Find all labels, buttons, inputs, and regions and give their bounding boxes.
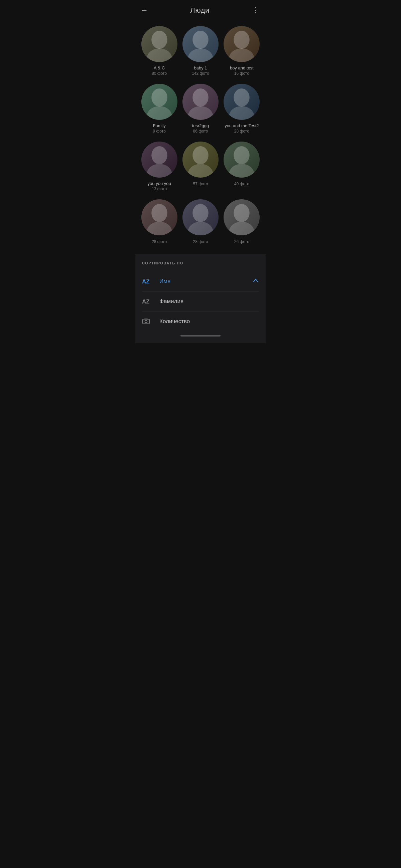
person-count: 13 фото: [152, 187, 167, 191]
svg-point-1: [147, 49, 172, 62]
face-silhouette: [224, 199, 260, 235]
person-item[interactable]: Family9 фото: [139, 79, 180, 137]
avatar: [141, 142, 177, 178]
person-count: 28 фото: [193, 239, 208, 244]
svg-point-20: [193, 204, 208, 222]
person-name: boy and test: [230, 65, 254, 70]
person-item[interactable]: baby 1142 фото: [180, 21, 221, 79]
person-item[interactable]: 57 фото: [180, 137, 221, 195]
face-silhouette: [224, 26, 260, 62]
avatar: [141, 84, 177, 120]
svg-rect-26: [143, 319, 149, 324]
svg-point-18: [151, 204, 167, 222]
bottom-bar: [135, 332, 266, 343]
sort-icon-count: [142, 317, 154, 326]
avatar: [224, 142, 260, 178]
sort-icon-name: AZ: [142, 278, 154, 285]
az-icon: AZ: [142, 278, 151, 285]
svg-point-7: [147, 106, 172, 120]
header: ← Люди ⋮: [135, 0, 266, 18]
svg-point-22: [234, 204, 250, 222]
person-count: 86 фото: [193, 129, 208, 133]
avatar: [182, 26, 219, 62]
face-silhouette: [224, 84, 260, 120]
svg-point-5: [229, 49, 255, 62]
person-count: 28 фото: [234, 129, 249, 133]
sort-label-name: Имя: [160, 278, 252, 285]
avatar: [182, 199, 219, 235]
svg-point-19: [147, 222, 172, 235]
person-count: 57 фото: [193, 182, 208, 186]
avatar: [224, 84, 260, 120]
person-item[interactable]: you and me Test228 фото: [221, 79, 262, 137]
sort-label-surname: Фамилия: [160, 298, 259, 305]
avatar: [224, 26, 260, 62]
person-item[interactable]: 40 фото: [221, 137, 262, 195]
person-count: 16 фото: [234, 71, 249, 76]
sort-label-count: Количество: [160, 318, 259, 325]
avatar: [141, 199, 177, 235]
sort-item-name[interactable]: AZ Имя: [142, 271, 259, 292]
avatar: [141, 26, 177, 62]
person-name: A & C: [154, 65, 165, 70]
avatar: [182, 142, 219, 178]
back-button[interactable]: ←: [141, 6, 148, 15]
svg-point-23: [229, 222, 255, 235]
person-item[interactable]: 28 фото: [180, 195, 221, 247]
svg-point-13: [147, 164, 172, 178]
sort-item-count[interactable]: Количество: [142, 311, 259, 332]
svg-point-9: [188, 106, 213, 120]
person-item[interactable]: boy and test16 фото: [221, 21, 262, 79]
more-button[interactable]: ⋮: [252, 6, 259, 15]
person-name: tesr2ggg: [192, 123, 209, 128]
svg-rect-28: [144, 318, 148, 319]
face-silhouette: [224, 142, 260, 178]
face-silhouette: [141, 26, 177, 62]
person-count: 26 фото: [234, 239, 249, 244]
person-name: baby 1: [194, 65, 207, 70]
svg-text:AZ: AZ: [142, 299, 150, 305]
person-count: 9 фото: [153, 129, 166, 133]
svg-point-8: [193, 89, 208, 106]
person-count: 80 фото: [152, 71, 167, 76]
svg-point-14: [193, 146, 208, 164]
person-item[interactable]: 26 фото: [221, 195, 262, 247]
svg-point-17: [229, 164, 255, 178]
svg-point-2: [193, 31, 208, 49]
svg-point-21: [188, 222, 213, 235]
sort-title: СОРТИРОВАТЬ ПО: [142, 261, 259, 265]
svg-point-6: [151, 89, 167, 106]
sort-item-surname[interactable]: AZ Фамилия: [142, 292, 259, 311]
person-count: 142 фото: [192, 71, 209, 76]
sort-arrow-up: [252, 277, 259, 285]
photo-icon: [142, 317, 150, 326]
people-grid: A & C80 фото baby 1142 фото boy and test…: [135, 18, 266, 254]
face-silhouette: [182, 26, 219, 62]
svg-point-3: [188, 49, 213, 62]
face-silhouette: [182, 199, 219, 235]
sort-section: СОРТИРОВАТЬ ПО AZ Имя AZ Фамилия Количес…: [135, 254, 266, 332]
svg-point-15: [188, 164, 213, 178]
person-count: 28 фото: [152, 239, 167, 244]
page-title: Люди: [190, 6, 209, 15]
person-item[interactable]: A & C80 фото: [139, 21, 180, 79]
person-count: 40 фото: [234, 182, 249, 186]
svg-point-16: [234, 146, 250, 164]
person-item[interactable]: you you you13 фото: [139, 137, 180, 195]
avatar: [182, 84, 219, 120]
home-indicator: [180, 335, 221, 337]
person-item[interactable]: 28 фото: [139, 195, 180, 247]
avatar: [224, 199, 260, 235]
svg-point-0: [151, 31, 167, 49]
sort-icon-surname: AZ: [142, 298, 154, 305]
person-name: you you you: [148, 181, 171, 186]
arrow-up-icon: [252, 277, 259, 284]
face-silhouette: [141, 199, 177, 235]
svg-point-10: [234, 89, 250, 106]
svg-point-4: [234, 31, 250, 49]
svg-text:AZ: AZ: [142, 278, 150, 285]
face-silhouette: [141, 84, 177, 120]
face-silhouette: [141, 142, 177, 178]
person-name: you and me Test2: [225, 123, 259, 128]
person-item[interactable]: tesr2ggg86 фото: [180, 79, 221, 137]
